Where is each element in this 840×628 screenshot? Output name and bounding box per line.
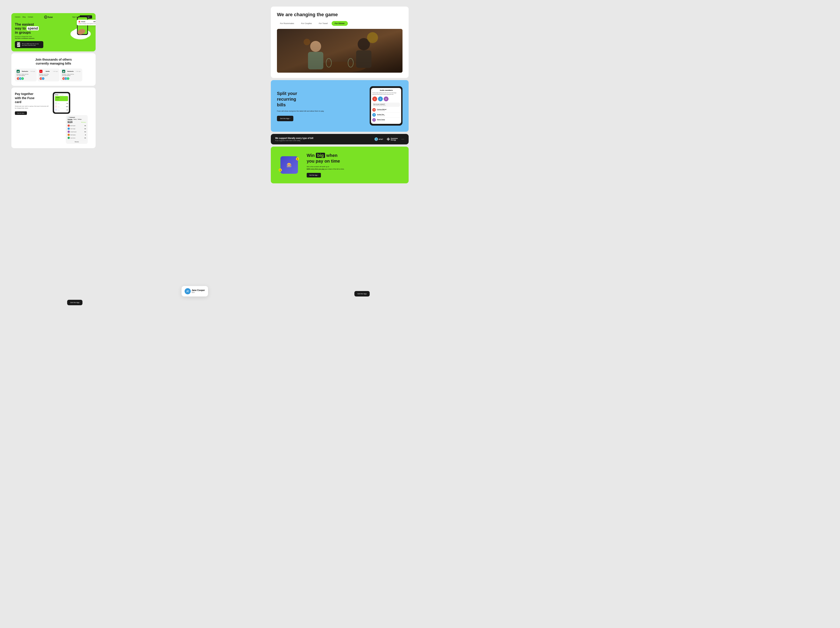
dinner-scene: [277, 29, 403, 73]
person-amount: $2k: [84, 138, 86, 139]
hero-phone-illustration: $ ✦ ✦: [63, 13, 96, 44]
svg-rect-14: [18, 46, 19, 46]
att-text: AT&T: [379, 138, 383, 140]
bottom-get-app-left-button[interactable]: Get the App: [67, 300, 82, 305]
bill-item-desc: Brandon and Cathyhas paid together: [39, 74, 58, 76]
bill-item-desc: Brandon, Cathy and Joehas paid together: [62, 74, 81, 76]
support-section: We support literally every type of bill …: [271, 134, 409, 144]
tab-roommates[interactable]: For Roommates: [277, 21, 297, 26]
avatar: J: [66, 77, 69, 80]
svg-rect-6: [18, 43, 19, 44]
support-text: We support literally every type of bill …: [275, 137, 370, 141]
bill-item-starbucks-2: ☕ Starbucks 1 min ago Brandon, Cathy and…: [60, 68, 82, 81]
contact-avatar: JD: [372, 113, 376, 117]
row-icon: [55, 102, 57, 104]
split-cta-button[interactable]: Get the App ›: [277, 116, 293, 121]
jane-cooper-info: Jane Cooper 524: [192, 289, 205, 293]
bill-item-starbucks-1: ☕ Starbucks 1 min ago Brandon, Cathy and…: [15, 68, 37, 81]
instacart-card: 🛒 Instacart Overview History Settings $1…: [66, 115, 88, 144]
split-section: Split your recurring bills Fuse will sho…: [271, 80, 409, 132]
netflix-icon: N: [39, 70, 43, 73]
fuse-logo: ⊕ fuse: [44, 16, 53, 19]
person-avatar: [68, 131, 70, 133]
qr-code: [17, 43, 20, 47]
jane-cooper-badge: JC Jane Cooper 524: [182, 286, 208, 296]
tab-couples[interactable]: For Couples: [298, 21, 315, 26]
history-tab[interactable]: History: [73, 119, 77, 120]
back-arrow[interactable]: ‹: [372, 90, 373, 91]
split-title: Split your recurring bills: [277, 90, 365, 108]
insta-row: Jane Cooper $2k: [68, 127, 86, 130]
tab-travel[interactable]: For Travel: [316, 21, 331, 26]
bill-item-avatars: B C J: [17, 77, 35, 80]
invite-avatars: A S M: [372, 96, 400, 101]
bill-item-netflix: N Netflix 1 min ago Brandon and Cathyhas…: [38, 68, 60, 81]
contact-avatar: CM: [372, 108, 376, 112]
dominion-text: DominionEnergy: [391, 138, 398, 141]
starbucks-icon-2: ☕: [62, 70, 65, 73]
svg-rect-3: [19, 44, 20, 44]
bill-item-name: Starbucks: [22, 71, 28, 72]
contact-avatar: AJ: [372, 118, 376, 122]
more-providers: ···: [401, 137, 404, 141]
insta-row: Jacob Jones $2k: [68, 136, 86, 139]
svg-text:$: $: [87, 15, 88, 18]
bill-item-name: Netflix: [46, 71, 50, 72]
support-title: We support literally every type of bill: [275, 137, 370, 139]
airbnb-name: Airbnb: [81, 21, 85, 22]
win-cta-button[interactable]: Get the App ›: [307, 173, 321, 177]
invite-title: Invite members: [380, 89, 393, 91]
bill-item-name: Starbucks: [67, 71, 74, 72]
jane-cooper-avatar: JC: [185, 288, 191, 294]
contact-info: Jordan Doe +33 6 56 93 23 98: [377, 114, 400, 116]
nav-contact[interactable]: Contact: [28, 16, 33, 18]
split-desc: Fuse will show everyone the latest bill …: [277, 110, 365, 113]
bottom-get-app-right-button[interactable]: Get the App: [354, 291, 370, 296]
nav-careers[interactable]: Careers: [15, 16, 21, 18]
tab-dinner[interactable]: For Dinner: [332, 21, 348, 26]
not-contacts-row: Not on your contacts? Add member by emai…: [372, 103, 400, 107]
bill-item-avatars: B C: [39, 77, 58, 80]
airbnb-card: Airbnb $675.90 Sophia & Megan paid toget…: [77, 20, 96, 25]
contact-row-chelsea: CM Chelsea Michel +33 6 45 34 09 22: [372, 108, 400, 112]
contact-info: Alexia Jones +33 6 05 23 98 56: [377, 119, 400, 121]
pay-title: Pay together with the Fuse card: [15, 92, 50, 104]
dinner-image: [277, 29, 403, 73]
edit-shares[interactable]: Edit shares: [81, 122, 86, 123]
hero-reward-box: Win up to $200 every time you pay your s…: [15, 41, 43, 48]
row-amount: $7k: [66, 103, 68, 104]
person-amount: $6: [85, 134, 86, 136]
bill-item-header: ☕ Starbucks 1 min ago: [17, 70, 35, 73]
svg-rect-15: [19, 46, 19, 46]
person-name: Jane Cooper: [70, 128, 84, 129]
bill-item-time: 1 min ago: [76, 71, 81, 72]
dominion-logo: DominionEnergy: [387, 138, 398, 141]
win-illustration: 🎰 $ $: [276, 152, 302, 178]
att-globe-icon: [374, 138, 378, 141]
overview-tab[interactable]: Overview: [68, 119, 73, 120]
dismiss-btn[interactable]: Dismiss: [68, 140, 86, 142]
row-amount: $3k: [66, 109, 68, 111]
row-text: ——: [58, 103, 66, 104]
contact-info: Chelsea Michel +33 6 45 34 09 22: [377, 109, 400, 111]
win-desc: Win a free scratch-off worth up to $200 …: [307, 166, 403, 170]
pay-guide-tabs: Pay | Guide: [59, 94, 64, 95]
contact-row-jordan: JD Jordan Doe +33 6 56 93 23 98: [372, 112, 400, 117]
bill-item-time: 1 min ago: [30, 71, 35, 72]
invite-header: ‹ Invite members: [372, 89, 400, 91]
row-text: ——: [58, 106, 65, 107]
nav-blog[interactable]: Blog: [22, 16, 25, 18]
settings-tab[interactable]: Settings: [77, 119, 82, 120]
jane-cooper-name: Jane Cooper: [192, 289, 205, 291]
person-avatar: [68, 125, 70, 127]
contact-phone: +33 6 05 23 98 56: [377, 120, 400, 121]
card-number: •••• ••••: [56, 99, 67, 100]
changing-game-section: We are changing the game For Roommates F…: [271, 6, 409, 78]
avatar: J: [21, 77, 24, 80]
pay-cta-button[interactable]: Get the App ›: [15, 111, 27, 115]
insta-row: Alex Russell $2k: [68, 124, 86, 127]
support-sub: Fuse supports more than 5,000 utility: [275, 140, 370, 141]
invite-desc: Invite people splitting the bill and Fus…: [372, 92, 400, 95]
bill-item-time: 1 min ago: [53, 71, 58, 72]
svg-rect-8: [18, 44, 19, 44]
